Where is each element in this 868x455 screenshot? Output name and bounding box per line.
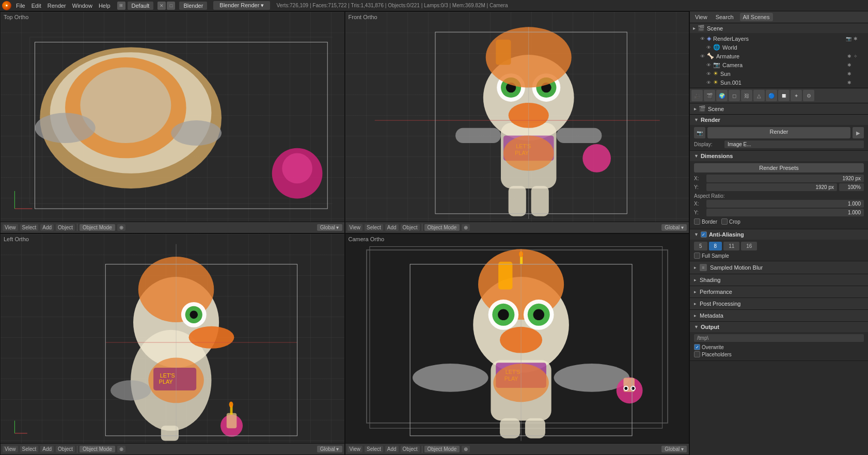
tb-add-0[interactable]: Add	[40, 224, 54, 231]
tb-view-3[interactable]: View	[348, 446, 363, 452]
properties-scene-header: ▸ 🎬 Scene	[690, 103, 868, 115]
menu-item-render[interactable]: Render	[45, 2, 69, 10]
outliner-item-sun001[interactable]: 👁 ☀ Sun.001 ✱	[690, 78, 868, 87]
post-processing-section: ▸ Post Processing	[690, 298, 868, 310]
tb-mode-2[interactable]: Object Mode	[80, 446, 115, 452]
res-y-value[interactable]: 1920 px	[706, 183, 837, 191]
aa-checkbox[interactable]: ✓	[701, 231, 707, 238]
placeholders-checkbox[interactable]	[694, 351, 700, 357]
tb-add-2[interactable]: Add	[40, 446, 54, 452]
aa-btn-8[interactable]: 8	[709, 242, 722, 250]
menu-item-edit[interactable]: Edit	[29, 2, 44, 10]
outliner-item-sun[interactable]: 👁 ☀ Sun ✱	[690, 69, 868, 78]
performance-header[interactable]: ▸ Performance	[690, 286, 868, 297]
tb-global-0[interactable]: Global ▾	[317, 224, 342, 231]
render-section-header[interactable]: ▼ Render	[690, 115, 868, 125]
overwrite-checkbox[interactable]: ✓	[694, 344, 700, 350]
tb-global-1[interactable]: Global ▾	[661, 224, 687, 231]
tb-icon-3[interactable]: ⊕	[462, 446, 470, 452]
animation-btn[interactable]: ▶	[853, 127, 864, 138]
metadata-header[interactable]: ▸ Metadata	[690, 310, 868, 321]
display-value[interactable]: Image E...	[724, 140, 864, 148]
tb-select-0[interactable]: Select	[20, 224, 39, 231]
view-btn-1[interactable]: ✕	[157, 2, 166, 10]
menu-item-window[interactable]: Window	[70, 2, 95, 10]
aa-section-header[interactable]: ▼ ✓ Anti-Aliasing	[690, 229, 868, 240]
tb-object-0[interactable]: Object	[56, 224, 75, 231]
panel-allscenes-btn[interactable]: All Scenes	[740, 13, 773, 21]
prop-tab-constraint[interactable]: ⛓	[741, 90, 752, 101]
dimensions-title: Dimensions	[701, 153, 733, 159]
prop-tab-particle[interactable]: ✦	[791, 90, 802, 101]
tb-object-1[interactable]: Object	[401, 224, 420, 231]
engine-selector[interactable]: Blender Render ▾	[213, 1, 270, 10]
layout-selector[interactable]: Default	[128, 2, 154, 10]
border-checkbox[interactable]	[694, 218, 700, 225]
motion-blur-header[interactable]: ▸ ≡ Sampled Motion Blur	[690, 261, 868, 274]
res-x-value[interactable]: 1920 px	[706, 175, 864, 182]
outliner-item-renderlayers[interactable]: 👁 ◈ RenderLayers 📷 ✱	[690, 34, 868, 43]
post-processing-header[interactable]: ▸ Post Processing	[690, 298, 868, 309]
aa-btn-11[interactable]: 11	[723, 242, 739, 250]
outliner-item-armature[interactable]: 👁 🦴 Armature ✱ ✧	[690, 52, 868, 60]
renderlayers-label: RenderLayers	[713, 36, 749, 42]
menu-item-file[interactable]: File	[13, 2, 28, 10]
viewport-bottom-left[interactable]: Left Ortho LET'S PL	[0, 233, 345, 456]
tb-view-1[interactable]: View	[348, 224, 363, 231]
tb-icon-0[interactable]: ⊕	[117, 224, 125, 231]
dimensions-header[interactable]: ▼ Dimensions	[690, 151, 868, 161]
tb-icon-1[interactable]: ⊕	[462, 224, 470, 231]
tb-object-3[interactable]: Object	[401, 446, 420, 452]
full-sample-row: Full Sample	[694, 253, 864, 259]
aspect-y-value[interactable]: 1.000	[706, 209, 864, 216]
prop-tab-data[interactable]: △	[753, 90, 765, 101]
viewport-label-camera: Camera Ortho	[349, 236, 385, 242]
tb-select-2[interactable]: Select	[20, 446, 39, 452]
res-percent-value[interactable]: 100%	[839, 183, 864, 191]
prop-tab-texture[interactable]: 🔲	[778, 90, 790, 101]
view-btn-2[interactable]: □	[167, 2, 175, 10]
scene-selector[interactable]: Blender	[179, 2, 207, 10]
outliner-item-camera[interactable]: 👁 📷 Camera ✱	[690, 60, 868, 69]
tb-add-3[interactable]: Add	[385, 446, 399, 452]
render-btn[interactable]: Render	[707, 127, 850, 138]
performance-title: Performance	[700, 289, 732, 295]
tb-select-3[interactable]: Select	[365, 446, 383, 452]
aa-btn-16[interactable]: 16	[741, 242, 757, 250]
tb-add-1[interactable]: Add	[385, 224, 399, 231]
tb-global-2[interactable]: Global ▾	[317, 446, 342, 452]
tb-view-0[interactable]: View	[3, 224, 18, 231]
tb-mode-3[interactable]: Object Mode	[424, 446, 460, 452]
shading-header[interactable]: ▸ Shading	[690, 274, 868, 286]
crop-checkbox[interactable]	[721, 218, 728, 225]
output-path[interactable]: /tmp\	[694, 334, 864, 342]
prop-tab-world[interactable]: 🌍	[716, 90, 728, 101]
prop-tab-render[interactable]: 🎥	[691, 90, 703, 101]
outliner-item-world[interactable]: 👁 🌐 World	[690, 43, 868, 52]
viewport-top-left[interactable]: Top Ortho	[0, 11, 345, 233]
svg-point-51	[111, 380, 151, 400]
tb-icon-2[interactable]: ⊕	[117, 446, 125, 452]
render-section-content: 📷 Render ▶ Display: Image E...	[690, 125, 868, 150]
aspect-x-value[interactable]: 1.000	[706, 200, 864, 208]
prop-tab-physics[interactable]: ⚙	[803, 90, 814, 101]
tb-object-2[interactable]: Object	[56, 446, 75, 452]
viewport-top-right[interactable]: Front Ortho	[345, 11, 690, 233]
panel-search-btn[interactable]: Search	[714, 13, 736, 21]
output-section-header[interactable]: ▼ Output	[690, 322, 868, 332]
scene-header[interactable]: ▸ 🎬 Scene	[690, 23, 868, 33]
render-presets-btn[interactable]: Render Presets	[694, 163, 864, 172]
tb-view-2[interactable]: View	[3, 446, 18, 452]
full-sample-checkbox[interactable]	[694, 253, 700, 259]
prop-tab-object[interactable]: ◻	[729, 90, 740, 101]
tb-global-3[interactable]: Global ▾	[661, 446, 687, 452]
panel-view-btn[interactable]: View	[693, 13, 709, 21]
tb-mode-0[interactable]: Object Mode	[80, 224, 115, 231]
menu-item-help[interactable]: Help	[96, 2, 113, 10]
tb-select-1[interactable]: Select	[365, 224, 383, 231]
viewport-bottom-right[interactable]: Camera Ortho	[345, 233, 690, 456]
aa-btn-5[interactable]: 5	[694, 242, 707, 250]
tb-mode-1[interactable]: Object Mode	[424, 224, 460, 231]
prop-tab-material[interactable]: 🔵	[766, 90, 777, 101]
prop-tab-scene[interactable]: 🎬	[704, 90, 715, 101]
